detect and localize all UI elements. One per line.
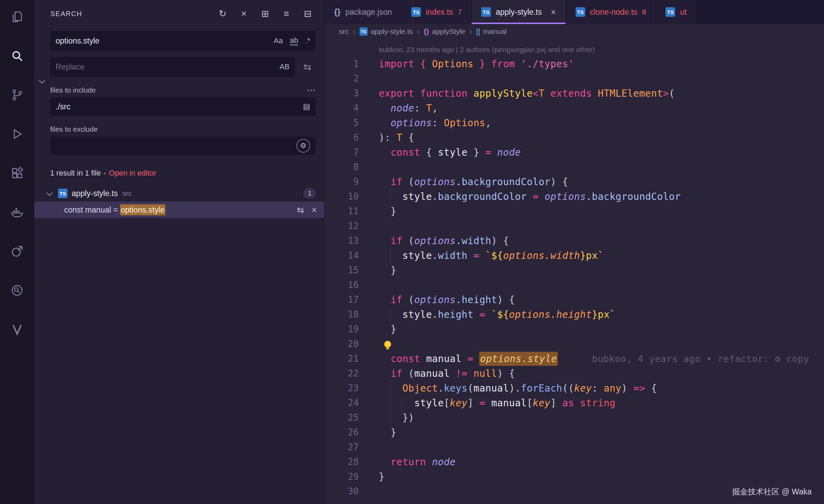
line-number[interactable]: 16	[325, 278, 359, 292]
collapse-all-icon[interactable]: ⊟	[300, 6, 315, 21]
line-number[interactable]: 27	[325, 440, 359, 455]
code-line[interactable]: 28 return node	[325, 455, 824, 469]
toggle-search-details-icon[interactable]: ⋯	[307, 85, 316, 96]
toggle-replace-chevron-icon[interactable]	[39, 77, 45, 83]
line-number[interactable]: 11	[325, 204, 359, 219]
code-line[interactable]: 23 Object.keys(manual).forEach((key: any…	[325, 381, 824, 396]
breadcrumb-item-src[interactable]: src	[339, 27, 349, 36]
code-line[interactable]: 4 node: T,	[325, 101, 824, 116]
lightbulb-icon[interactable]	[384, 341, 391, 348]
code-line[interactable]: 22 if (manual != null) {	[325, 366, 824, 381]
git-codelens-annotation[interactable]: bubkoo, 23 months ago | 2 authors (pengx…	[379, 46, 595, 53]
code-line[interactable]: 26 }	[325, 425, 824, 440]
line-number[interactable]: 6	[325, 130, 359, 145]
files-include-input[interactable]: ./src ▤	[50, 97, 316, 116]
code-line[interactable]: 1import { Options } from './types'	[325, 57, 824, 71]
code-line[interactable]: 24 style[key] = manual[key] as string	[325, 396, 824, 410]
files-exclude-input[interactable]: ⚙	[50, 136, 316, 155]
line-number[interactable]: 3	[325, 86, 359, 101]
code-line[interactable]: 29}	[325, 469, 824, 484]
whole-word-icon[interactable]: ab	[290, 36, 298, 45]
code-line[interactable]: 16	[325, 278, 824, 292]
replace-all-button[interactable]: ⇆	[299, 59, 316, 75]
replace-match-icon[interactable]: ⇆	[297, 205, 304, 215]
line-number[interactable]: 22	[325, 366, 359, 381]
preserve-case-icon[interactable]: AB	[280, 62, 290, 71]
code-line[interactable]: 20	[325, 337, 824, 351]
search-match-row[interactable]: const manual = options.style ⇆×	[34, 202, 324, 218]
line-number[interactable]: 28	[325, 455, 359, 469]
run-debug-icon[interactable]	[9, 126, 25, 142]
line-number[interactable]: 17	[325, 292, 359, 307]
code-line[interactable]: 2	[325, 71, 824, 86]
line-number[interactable]: 15	[325, 263, 359, 278]
code-line[interactable]: 7 const { style } = node	[325, 145, 824, 160]
search-icon[interactable]	[9, 48, 25, 64]
line-number[interactable]: 13	[325, 233, 359, 248]
code-line[interactable]: 19 }	[325, 322, 824, 337]
code-line[interactable]: 9 if (options.backgroundColor) {	[325, 175, 824, 189]
result-file-row[interactable]: TS apply-style.ts src 1	[34, 185, 324, 202]
search-input[interactable]: options.style Aaab.*	[50, 31, 316, 51]
replace-input[interactable]: Replace AB	[50, 57, 295, 77]
code-line[interactable]: 5 options: Options,	[325, 116, 824, 130]
code-line[interactable]: 11 }	[325, 204, 824, 219]
code-line[interactable]: 25 })	[325, 410, 824, 425]
tab-ut[interactable]: TSut	[656, 0, 696, 24]
clear-search-results-icon[interactable]: ×	[236, 6, 251, 21]
line-number[interactable]: 21	[325, 351, 359, 366]
new-search-editor-icon[interactable]: ⊞	[258, 6, 273, 21]
line-number[interactable]: 1	[325, 57, 359, 71]
v-extension-icon[interactable]	[9, 321, 25, 338]
extensions-icon[interactable]	[9, 165, 25, 181]
line-number[interactable]: 29	[325, 469, 359, 484]
source-control-icon[interactable]	[9, 87, 25, 103]
line-number[interactable]: 24	[325, 396, 359, 410]
line-number[interactable]: 30	[325, 484, 359, 499]
tab-package.json[interactable]: {}package.json	[325, 0, 402, 24]
code-line[interactable]: 3export function applyStyle<T extends HT…	[325, 86, 824, 101]
breadcrumb-item-manual[interactable]: []manual	[476, 27, 507, 36]
line-number[interactable]: 19	[325, 322, 359, 337]
code-line[interactable]: 14 style.width = `${options.width}px`	[325, 248, 824, 263]
regex-icon[interactable]: .*	[305, 36, 310, 45]
code-line[interactable]: 12	[325, 219, 824, 233]
line-number[interactable]: 18	[325, 307, 359, 322]
line-number[interactable]: 25	[325, 410, 359, 425]
close-icon[interactable]: ×	[551, 7, 556, 17]
line-number[interactable]: 12	[325, 219, 359, 233]
line-number[interactable]: 23	[325, 381, 359, 396]
open-in-editor-link[interactable]: Open in editor	[109, 169, 156, 177]
line-number[interactable]: 2	[325, 71, 359, 86]
line-number[interactable]: 26	[325, 425, 359, 440]
docker-icon[interactable]	[9, 204, 25, 220]
live-share-icon[interactable]	[9, 243, 25, 260]
code-line[interactable]: 27	[325, 440, 824, 455]
line-number[interactable]: 9	[325, 175, 359, 189]
view-as-list-icon[interactable]: ≡	[279, 6, 294, 21]
code-line[interactable]: 21 const manual = options.stylebubkoo, 4…	[325, 351, 824, 366]
chevron-down-icon[interactable]	[46, 190, 52, 196]
tab-clone-node.ts[interactable]: TSclone-node.ts8	[566, 0, 656, 24]
line-number[interactable]: 5	[325, 116, 359, 130]
dismiss-match-icon[interactable]: ×	[311, 205, 317, 215]
exclude-settings-gear-icon[interactable]: ⚙	[296, 139, 310, 153]
code-search-icon[interactable]	[9, 282, 25, 299]
tab-apply-style.ts[interactable]: TSapply-style.ts×	[472, 0, 566, 24]
open-editors-book-icon[interactable]: ▤	[303, 102, 310, 111]
match-case-icon[interactable]: Aa	[274, 36, 283, 45]
refresh-icon[interactable]: ↻	[215, 6, 230, 21]
tab-index.ts[interactable]: TSindex.ts7	[402, 0, 472, 24]
code-line[interactable]: 10 style.backgroundColor = options.backg…	[325, 189, 824, 204]
breadcrumb-item-applyStyle[interactable]: {}applyStyle	[424, 27, 465, 36]
line-number[interactable]: 14	[325, 248, 359, 263]
code-line[interactable]: 8	[325, 160, 824, 175]
code-line[interactable]: 18 style.height = `${options.height}px`	[325, 307, 824, 322]
code-line[interactable]: 17 if (options.height) {	[325, 292, 824, 307]
line-number[interactable]: 20	[325, 337, 359, 351]
explorer-icon[interactable]	[9, 9, 25, 25]
code-line[interactable]: 15 }	[325, 263, 824, 278]
line-number[interactable]: 8	[325, 160, 359, 175]
breadcrumb-item-apply-style.ts[interactable]: TSapply-style.ts	[360, 27, 413, 36]
code-line[interactable]: 13 if (options.width) {	[325, 233, 824, 248]
